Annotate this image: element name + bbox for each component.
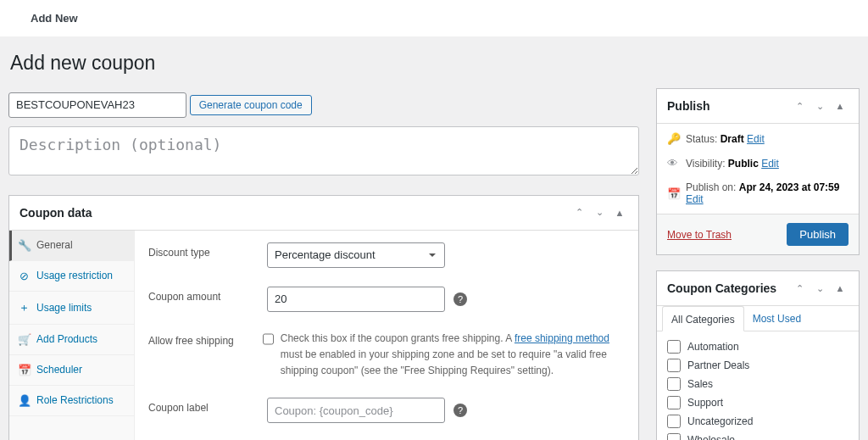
panel-toggle-icon[interactable]: ▲ (611, 204, 628, 221)
free-shipping-hint: Check this box if the coupon grants free… (281, 331, 625, 380)
tab-label: Usage limits (36, 302, 92, 314)
cart-icon: 🛒 (18, 333, 30, 346)
categories-title: Coupon Categories (667, 281, 776, 295)
coupon-amount-input[interactable] (267, 287, 445, 312)
coupon-tabs: 🔧General ⊘Usage restriction ＋Usage limit… (9, 231, 135, 441)
category-list: Automation Partner Deals Sales Support U… (657, 331, 859, 440)
free-shipping-checkbox[interactable] (263, 332, 274, 346)
panel-up-icon[interactable]: ⌃ (791, 97, 808, 114)
calendar-icon: 📅 (18, 364, 30, 376)
panel-toggle-icon[interactable]: ▲ (832, 97, 849, 114)
discount-type-label: Discount type (148, 242, 267, 259)
category-item[interactable]: Support (667, 396, 849, 409)
edit-visibility-link[interactable]: Edit (761, 158, 779, 170)
help-icon[interactable]: ? (453, 404, 467, 417)
free-shipping-method-link[interactable]: free shipping method (515, 332, 609, 344)
category-checkbox[interactable] (667, 415, 681, 428)
publish-title: Publish (667, 99, 710, 113)
coupon-data-title: Coupon data (19, 206, 92, 220)
edit-date-link[interactable]: Edit (686, 193, 704, 205)
ban-icon: ⊘ (18, 270, 30, 282)
tab-general[interactable]: 🔧General (9, 231, 134, 261)
panel-up-icon[interactable]: ⌃ (570, 204, 587, 221)
wrench-icon: 🔧 (18, 239, 30, 252)
category-checkbox[interactable] (667, 359, 681, 372)
tab-label: Role Restrictions (36, 394, 114, 406)
tab-usage-restriction[interactable]: ⊘Usage restriction (9, 261, 134, 292)
free-shipping-label: Allow free shipping (148, 331, 263, 347)
edit-status-link[interactable]: Edit (747, 133, 765, 145)
panel-up-icon[interactable]: ⌃ (791, 280, 808, 297)
panel-down-icon[interactable]: ⌄ (811, 97, 828, 114)
coupon-data-panel: Coupon data ⌃ ⌄ ▲ 🔧General ⊘Usage restri… (8, 195, 639, 441)
coupon-code-input[interactable] (8, 92, 186, 118)
category-checkbox[interactable] (667, 340, 681, 354)
panel-down-icon[interactable]: ⌄ (591, 204, 608, 221)
tab-most-used[interactable]: Most Used (744, 306, 810, 331)
tab-usage-limits[interactable]: ＋Usage limits (9, 292, 134, 325)
tab-all-categories[interactable]: All Categories (662, 306, 744, 331)
tab-label: Usage restriction (36, 270, 113, 281)
tab-label: General (36, 239, 73, 251)
category-checkbox[interactable] (667, 377, 681, 391)
tab-label: Scheduler (36, 364, 82, 376)
calendar-icon: 📅 (667, 187, 679, 200)
tab-label: Add Products (36, 333, 97, 345)
coupon-label-label: Coupon label (148, 398, 267, 414)
coupon-label-input[interactable] (267, 398, 445, 423)
help-icon[interactable]: ? (453, 292, 467, 306)
eye-icon: 👁 (667, 157, 679, 170)
category-item[interactable]: Wholesale (667, 433, 849, 440)
user-icon: 👤 (18, 394, 30, 407)
category-item[interactable]: Partner Deals (667, 359, 849, 372)
publish-panel: Publish ⌃ ⌄ ▲ 🔑 Status: Draft Edit 👁 Vis… (656, 88, 860, 255)
page-title: Add new coupon (10, 52, 860, 75)
top-bar-title: Add New (31, 12, 78, 25)
category-item[interactable]: Uncategorized (667, 415, 849, 428)
generate-code-button[interactable]: Generate coupon code (190, 95, 312, 115)
category-item[interactable]: Sales (667, 377, 849, 391)
tab-scheduler[interactable]: 📅Scheduler (9, 355, 134, 386)
category-checkbox[interactable] (667, 433, 681, 440)
categories-panel: Coupon Categories ⌃ ⌄ ▲ All Categories M… (656, 270, 860, 440)
tab-add-products[interactable]: 🛒Add Products (9, 325, 134, 355)
panel-down-icon[interactable]: ⌄ (811, 280, 828, 297)
publish-button[interactable]: Publish (787, 223, 849, 246)
panel-toggle-icon[interactable]: ▲ (832, 280, 849, 297)
category-item[interactable]: Automation (667, 340, 849, 354)
plus-icon: ＋ (18, 300, 30, 315)
coupon-amount-label: Coupon amount (148, 287, 267, 303)
discount-type-select[interactable]: Percentage discount (267, 242, 445, 268)
tab-role-restrictions[interactable]: 👤Role Restrictions (9, 386, 134, 416)
top-bar: Add New (0, 0, 868, 36)
key-icon: 🔑 (667, 132, 679, 145)
move-to-trash-link[interactable]: Move to Trash (667, 229, 732, 241)
category-checkbox[interactable] (667, 396, 681, 409)
description-input[interactable] (8, 126, 639, 175)
